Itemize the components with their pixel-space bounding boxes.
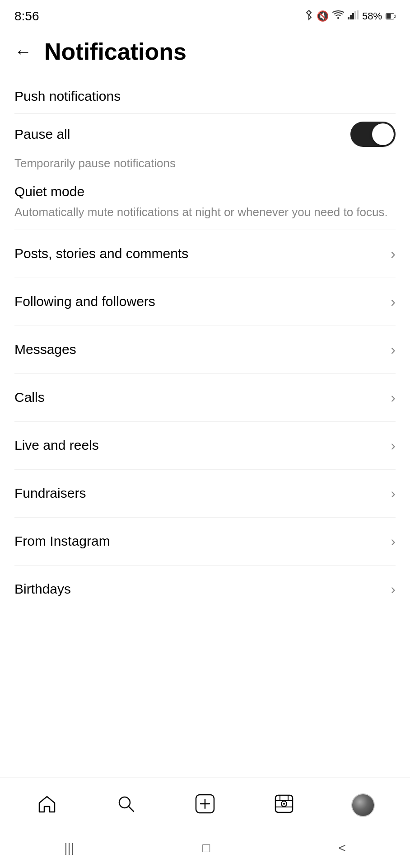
system-menu-button[interactable]: ||| xyxy=(64,841,74,855)
pause-all-helper: Temporarily pause notifications xyxy=(14,155,396,180)
svg-rect-2 xyxy=(350,15,352,19)
back-button[interactable]: ← xyxy=(14,43,32,60)
system-back-button[interactable]: < xyxy=(338,841,345,855)
svg-rect-7 xyxy=(387,14,391,19)
svg-rect-3 xyxy=(352,13,354,19)
pause-all-label: Pause all xyxy=(14,127,70,142)
system-home-button[interactable]: □ xyxy=(202,841,210,855)
svg-point-12 xyxy=(283,803,285,805)
nav-item-from-instagram-label: From Instagram xyxy=(14,533,110,549)
chevron-birthdays-icon: › xyxy=(391,581,396,598)
pause-all-toggle[interactable] xyxy=(350,122,396,147)
mute-icon: 🔇 xyxy=(317,10,329,22)
search-icon xyxy=(117,795,135,816)
bluetooth-icon xyxy=(305,9,313,23)
nav-item-from-instagram[interactable]: From Instagram › xyxy=(14,518,396,566)
nav-items-list: Posts, stories and comments › Following … xyxy=(14,230,396,613)
nav-item-messages-label: Messages xyxy=(14,342,76,357)
nav-reels-button[interactable] xyxy=(245,794,324,816)
push-notifications-label: Push notifications xyxy=(14,76,396,113)
nav-item-birthdays[interactable]: Birthdays › xyxy=(14,566,396,613)
system-nav: ||| □ < xyxy=(0,832,410,868)
pause-all-row: Pause all xyxy=(14,113,396,155)
signal-icon xyxy=(348,10,359,22)
wifi-icon xyxy=(332,10,344,22)
chevron-calls-icon: › xyxy=(391,389,396,406)
bottom-nav xyxy=(0,778,410,832)
nav-item-live[interactable]: Live and reels › xyxy=(14,422,396,470)
nav-item-calls-label: Calls xyxy=(14,390,45,405)
quiet-mode-helper: Automatically mute notifications at nigh… xyxy=(14,204,396,229)
reels-icon xyxy=(275,794,294,816)
nav-item-fundraisers-label: Fundraisers xyxy=(14,486,86,501)
nav-item-calls[interactable]: Calls › xyxy=(14,374,396,422)
svg-point-0 xyxy=(337,17,339,19)
nav-item-birthdays-label: Birthdays xyxy=(14,581,71,597)
nav-item-live-label: Live and reels xyxy=(14,438,99,453)
quiet-mode-label: Quiet mode xyxy=(14,180,396,204)
content-area: Push notifications Pause all Temporarily… xyxy=(0,76,410,778)
nav-profile-button[interactable] xyxy=(324,793,403,817)
nav-home-button[interactable] xyxy=(7,795,86,816)
chevron-fundraisers-icon: › xyxy=(391,485,396,502)
nav-item-fundraisers[interactable]: Fundraisers › xyxy=(14,470,396,518)
page-title: Notifications xyxy=(44,38,186,65)
svg-rect-1 xyxy=(348,17,349,19)
profile-avatar xyxy=(351,793,375,817)
nav-item-messages[interactable]: Messages › xyxy=(14,326,396,374)
battery-indicator: 58% xyxy=(362,10,382,22)
home-icon xyxy=(37,795,56,816)
chevron-following-icon: › xyxy=(391,293,396,310)
chevron-posts-icon: › xyxy=(391,245,396,262)
nav-item-posts-label: Posts, stories and comments xyxy=(14,246,188,261)
status-bar: 8:56 🔇 xyxy=(0,0,410,29)
nav-item-posts[interactable]: Posts, stories and comments › xyxy=(14,230,396,278)
chevron-messages-icon: › xyxy=(391,341,396,358)
chevron-live-icon: › xyxy=(391,437,396,454)
header: ← Notifications xyxy=(0,29,410,76)
battery-icon xyxy=(386,10,396,22)
svg-rect-5 xyxy=(357,10,359,19)
toggle-knob xyxy=(372,123,394,145)
nav-item-following-label: Following and followers xyxy=(14,294,155,309)
nav-item-following[interactable]: Following and followers › xyxy=(14,278,396,326)
status-time: 8:56 xyxy=(14,9,39,24)
chevron-from-instagram-icon: › xyxy=(391,533,396,550)
nav-search-button[interactable] xyxy=(86,795,165,816)
create-icon xyxy=(195,794,215,816)
status-icons: 🔇 58% xyxy=(305,9,396,23)
nav-create-button[interactable] xyxy=(165,794,244,816)
svg-rect-4 xyxy=(354,11,356,19)
